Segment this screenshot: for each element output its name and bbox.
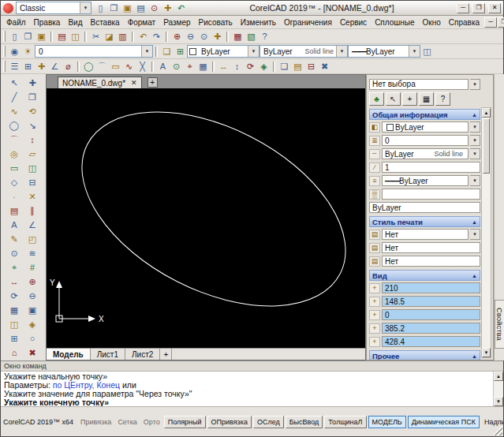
status-toggle-off[interactable]: Привязка xyxy=(78,416,114,428)
toolbar-icon[interactable]: ⊕ xyxy=(170,30,184,43)
close-icon[interactable]: ✕ xyxy=(131,79,137,87)
tool-icon[interactable]: ∙ xyxy=(7,189,21,204)
chevron-down-icon[interactable]: ▼ xyxy=(470,175,480,186)
menu-item[interactable]: Вид xyxy=(64,17,86,28)
tool-icon[interactable]: ∠ xyxy=(25,218,39,232)
toolbar-icon[interactable]: ◯ xyxy=(82,60,95,73)
chevron-down-icon[interactable]: ▼ xyxy=(248,46,259,57)
prop-layer-field[interactable]: 0 xyxy=(382,135,469,146)
toolbar-icon[interactable]: ▥ xyxy=(116,30,129,43)
toolbar-icon[interactable]: ↕ xyxy=(230,60,244,73)
layer-visibility-icon[interactable]: ☀ xyxy=(21,45,35,58)
view-center-x[interactable]: 210 xyxy=(382,282,480,293)
toolbar-icon[interactable]: ▣ xyxy=(35,30,48,43)
tool-icon[interactable]: ⟲ xyxy=(25,104,39,118)
toolbar-icon[interactable]: ◪ xyxy=(103,30,116,43)
tool-icon[interactable]: ⊕ xyxy=(25,275,39,289)
tool-icon[interactable]: ✕ xyxy=(25,189,39,204)
view-height[interactable]: 428.4 xyxy=(382,336,480,347)
layer-previous-icon[interactable]: ⊞ xyxy=(174,45,187,58)
scroll-up-icon[interactable]: ▲ xyxy=(494,372,503,381)
prop-plotstyle-field[interactable]: ByLayer xyxy=(369,202,480,213)
scrollbar-track[interactable] xyxy=(494,381,503,397)
toolbar-icon[interactable]: ⊙ xyxy=(197,30,211,43)
toolbar-icon[interactable]: ⌖ xyxy=(183,60,196,73)
layer-lock-icon[interactable]: ◉ xyxy=(8,45,21,58)
annotation-menu[interactable]: Надпись ▼ xyxy=(484,418,503,426)
selection-filter[interactable]: Нет выбора xyxy=(369,79,469,90)
tool-icon[interactable]: ↔ xyxy=(7,275,21,289)
quick-access-icon[interactable]: ✚ xyxy=(161,2,174,14)
status-toggle[interactable]: ТолщинаЛ xyxy=(324,416,366,428)
scroll-down-icon[interactable]: ▼ xyxy=(494,397,503,406)
tool-icon[interactable]: ⊖ xyxy=(25,289,39,303)
layer-manager-icon[interactable]: ❏ xyxy=(160,45,174,58)
tool-icon[interactable]: ⟳ xyxy=(7,289,21,303)
restore-button[interactable]: ❐ xyxy=(472,3,485,13)
tab-model[interactable]: Модель xyxy=(47,349,91,360)
minimize-button[interactable]: ─ xyxy=(457,3,469,13)
menu-item[interactable]: Окно xyxy=(419,17,445,28)
doc-restore-button[interactable]: ❐ xyxy=(498,17,504,28)
quick-access-icon[interactable]: ▤ xyxy=(134,2,147,14)
chevron-down-icon[interactable]: ▼ xyxy=(470,121,480,133)
chevron-down-icon[interactable]: ▼ xyxy=(141,46,152,57)
menu-item[interactable]: Ограничения xyxy=(280,17,336,28)
toolbar-icon[interactable]: ↔ xyxy=(217,60,230,73)
tool-icon[interactable]: ▦ xyxy=(7,303,21,317)
toolbar-icon[interactable]: ▯ xyxy=(8,30,21,43)
toolbar-icon[interactable]: ✚ xyxy=(35,60,48,73)
layer-select[interactable]: 0 ▼ xyxy=(35,45,153,58)
tool-icon[interactable]: ⊟ xyxy=(25,175,39,189)
menu-item[interactable]: Рисовать xyxy=(195,17,237,28)
linetype-select[interactable]: ByLayer Solid line ▼ xyxy=(259,45,348,58)
menu-item[interactable]: Справка xyxy=(445,17,483,28)
status-toggle[interactable]: ОПривязка xyxy=(207,416,252,428)
toolbar-icon[interactable]: ✚ xyxy=(211,30,224,43)
toolbar-icon[interactable]: ↷ xyxy=(150,30,163,43)
chevron-down-icon[interactable]: ▼ xyxy=(470,148,480,159)
lineweight-select[interactable]: ——ByLayer ▼ xyxy=(348,45,420,58)
toolbar-icon[interactable]: ⌒ xyxy=(95,60,109,73)
toolbar-icon[interactable]: ▦ xyxy=(196,60,210,73)
quick-access-icon[interactable]: ❐ xyxy=(107,2,121,14)
plot-field-3[interactable]: Нет xyxy=(382,256,480,267)
color-select[interactable]: ByLayer ▼ xyxy=(187,45,259,58)
tool-icon[interactable]: ▭ xyxy=(7,161,21,175)
menu-item[interactable]: Размер xyxy=(159,17,194,28)
toolbar-icon[interactable]: ⌀ xyxy=(62,60,75,73)
toolbar-icon[interactable]: ✂ xyxy=(89,30,103,43)
menu-item[interactable]: Формат xyxy=(124,17,160,28)
command-window-header[interactable]: Окно команд xyxy=(1,361,503,372)
scroll-up-icon[interactable]: ▲ xyxy=(482,108,491,118)
section-plot-style[interactable]: Стиль печати ▲ xyxy=(369,216,480,227)
toolbar-grip[interactable] xyxy=(3,31,6,42)
tool-icon[interactable]: ⌖ xyxy=(7,260,21,275)
drawing-canvas[interactable]: Y X xyxy=(47,88,365,348)
tab-properties[interactable]: Свойства xyxy=(495,300,504,349)
prop-linetype-scale-field[interactable]: 1 xyxy=(382,162,480,173)
toolbar-icon[interactable]: ☰ xyxy=(8,60,21,73)
status-toggle-on[interactable]: МОДЕЛЬ xyxy=(368,416,406,428)
status-toggle[interactable]: ОСлед xyxy=(253,416,284,428)
tool-icon[interactable]: ↘ xyxy=(25,118,39,133)
tool-icon[interactable]: ◇ xyxy=(7,175,21,189)
toolbar-icon[interactable]: ╳ xyxy=(136,60,149,73)
toolbar-grip[interactable] xyxy=(3,46,6,57)
status-toggle[interactable]: БысВвод xyxy=(286,416,323,428)
toolbar-icon[interactable]: ⊟ xyxy=(304,60,318,73)
tool-icon[interactable]: ⊞ xyxy=(7,331,21,345)
tool-icon[interactable]: ✖ xyxy=(25,345,39,360)
new-document-button[interactable]: + xyxy=(147,77,158,88)
toolbar-icon[interactable]: ❏ xyxy=(278,60,291,73)
toolbar-icon[interactable]: ❐ xyxy=(21,30,35,43)
prop-transparency-field[interactable] xyxy=(382,189,480,200)
chevron-down-icon[interactable]: ▼ xyxy=(470,79,480,90)
tool-icon[interactable]: ○ xyxy=(25,331,39,345)
tool-icon[interactable]: # xyxy=(25,260,39,275)
collapse-icon[interactable]: ▲ xyxy=(472,353,477,359)
tool-icon[interactable]: ⊙ xyxy=(7,246,21,260)
document-tab[interactable]: NONAME_0.dwg* ✕ xyxy=(58,77,142,88)
tool-icon[interactable]: ∥ xyxy=(25,204,39,218)
status-toggle-off[interactable]: Орто xyxy=(141,416,162,428)
